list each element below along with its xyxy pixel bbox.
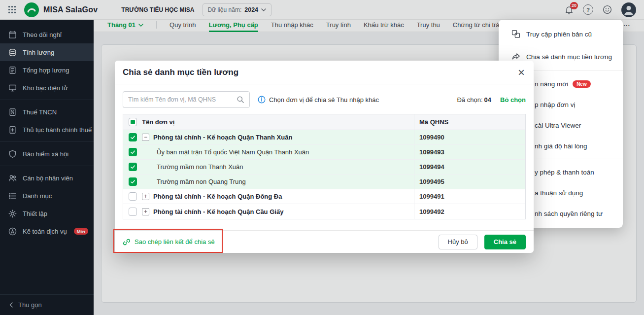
menu-item-label: Truy cập phiên bản cũ	[526, 31, 592, 38]
deselect-all-link[interactable]: Bỏ chọn	[500, 96, 526, 104]
unit-code: 1099492	[414, 204, 525, 219]
menu-item-label: a thuận sử dụng	[535, 189, 583, 197]
modal-footer: Sao chép liên kết để chia sẻ Hủy bỏ Chia…	[115, 230, 534, 253]
unit-name: Trường mầm non Thanh Xuân	[157, 163, 243, 171]
share-salary-catalog-modal: Chia sẻ danh mục tiền lương × Chọn đơn v…	[115, 61, 534, 253]
column-header-unit-name: Tên đơn vị	[142, 114, 414, 130]
row-checkbox-unchecked[interactable]	[129, 192, 137, 201]
table-row[interactable]: + Phòng tài chính - Kế hoạch Quận Đống Đ…	[123, 189, 525, 204]
unit-name: Phòng tài chính - Kế hoạch Quận Thanh Xu…	[153, 134, 292, 141]
close-icon[interactable]: ×	[517, 67, 526, 78]
info-icon	[258, 96, 266, 104]
row-checkbox-unchecked[interactable]	[129, 208, 137, 216]
selected-count: Đã chọn:04	[457, 96, 491, 104]
copy-share-link[interactable]: Sao chép liên kết để chia sẻ	[123, 238, 215, 246]
unit-code: 1099491	[414, 189, 525, 204]
units-table: Tên đơn vị Mã QHNS − Phòng tài chính - K…	[123, 114, 526, 219]
row-checkbox-checked[interactable]	[129, 163, 137, 171]
info-hint: Chọn đơn vị để chia sẻ Thu nhập khác	[258, 96, 379, 104]
menu-item-label: p nhập đơn vị	[535, 101, 575, 108]
select-all-checkbox[interactable]	[129, 118, 137, 126]
unit-code: 1099494	[414, 160, 525, 174]
unit-name: Phòng tài chính - Kế hoạch Quận Đống Đa	[153, 193, 282, 200]
new-badge: New	[573, 80, 591, 88]
column-header-unit-code: Mã QHNS	[414, 114, 525, 130]
collapse-icon[interactable]: −	[142, 134, 149, 141]
selected-label: Đã chọn:	[457, 96, 482, 104]
table-header-row: Tên đơn vị Mã QHNS	[123, 114, 525, 130]
table-row[interactable]: + Phòng tài chính - Kế hoạch Quận Cầu Gi…	[123, 204, 525, 219]
table-row[interactable]: Ủy ban mặt trận Tổ quốc Việt Nam Quận Th…	[123, 145, 525, 160]
unit-name: Trường mầm non Quang Trung	[157, 178, 246, 185]
search-icon	[237, 96, 244, 104]
table-row[interactable]: Trường mầm non Quang Trung 1099495	[123, 175, 525, 189]
unit-name: Phòng tài chính - Kế hoạch Quận Cầu Giấy	[153, 208, 283, 215]
menu-item-label: n năng mới	[535, 80, 568, 88]
modal-title: Chia sẻ danh mục tiền lương	[123, 68, 517, 77]
modal-header: Chia sẻ danh mục tiền lương ×	[115, 61, 534, 84]
share-button[interactable]: Chia sẻ	[484, 235, 526, 249]
info-text: Chọn đơn vị để chia sẻ Thu nhập khác	[269, 96, 379, 104]
share-icon	[511, 52, 520, 61]
row-checkbox-checked[interactable]	[129, 177, 137, 186]
expand-icon[interactable]: +	[142, 193, 149, 200]
search-box	[123, 91, 250, 108]
expand-icon[interactable]: +	[142, 208, 149, 215]
modal-toolbar: Chọn đơn vị để chia sẻ Thu nhập khác Đã …	[123, 91, 526, 108]
search-input[interactable]	[128, 96, 237, 103]
versions-icon	[511, 30, 520, 38]
menu-item-old-version[interactable]: Truy cập phiên bản cũ	[499, 23, 623, 45]
selected-count-value: 04	[484, 96, 491, 104]
menu-item-label: y phép & thanh toán	[535, 169, 594, 176]
copy-share-link-label: Sao chép liên kết để chia sẻ	[135, 238, 215, 245]
menu-item-label: nh giá độ hài lòng	[535, 142, 587, 150]
unit-name: Ủy ban mặt trận Tổ quốc Việt Nam Quận Th…	[157, 148, 309, 156]
app-root: MISA SalaGov TRƯỜNG TIỂU HỌC MISA Dữ liệ…	[0, 0, 644, 315]
cancel-button[interactable]: Hủy bỏ	[439, 235, 477, 249]
menu-item-label: cài Ultra Viewer	[535, 122, 581, 129]
unit-code: 1099495	[414, 175, 525, 189]
link-icon	[123, 238, 131, 246]
unit-code: 1099490	[414, 130, 525, 144]
unit-code: 1099493	[414, 145, 525, 159]
row-checkbox-checked[interactable]	[129, 133, 137, 141]
menu-item-label: nh sách quyền riêng tư	[535, 210, 603, 217]
menu-item-label: Chia sẻ danh mục tiền lương	[526, 53, 612, 61]
table-row[interactable]: − Phòng tài chính - Kế hoạch Quận Thanh …	[123, 130, 525, 145]
row-checkbox-checked[interactable]	[129, 148, 137, 156]
table-row[interactable]: Trường mầm non Thanh Xuân 1099494	[123, 160, 525, 175]
